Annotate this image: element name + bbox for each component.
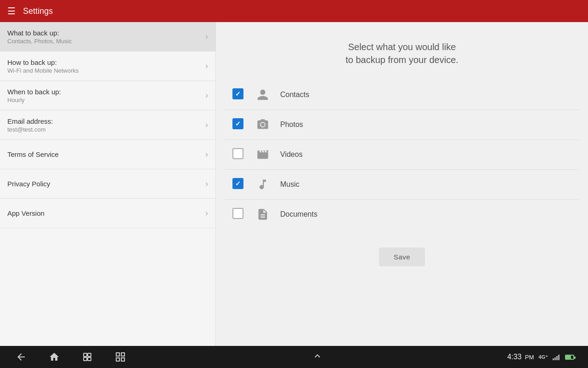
svg-rect-2 bbox=[88, 353, 91, 356]
backup-item-contacts: Contacts bbox=[225, 80, 579, 110]
sidebar-item-subtitle: Wi-Fi and Mobile Networks bbox=[7, 67, 202, 74]
menu-icon[interactable]: ☰ bbox=[7, 6, 16, 17]
sidebar-item-title: Privacy Policy bbox=[7, 180, 202, 188]
save-button[interactable]: Save bbox=[379, 247, 425, 266]
checkbox-box-documents[interactable] bbox=[232, 208, 243, 219]
label-music: Music bbox=[280, 180, 571, 189]
checkbox-contacts[interactable] bbox=[232, 88, 245, 101]
backup-item-photos: Photos bbox=[225, 110, 579, 140]
sidebar-item-title: What to back up: bbox=[7, 29, 202, 37]
battery-icon bbox=[565, 355, 574, 360]
label-documents: Documents bbox=[280, 210, 571, 218]
home-button[interactable] bbox=[47, 350, 62, 364]
content-panel: Select what you would like to backup fro… bbox=[216, 22, 588, 346]
chevron-icon: › bbox=[205, 150, 208, 159]
content-title: Select what you would like to backup fro… bbox=[345, 40, 458, 66]
sidebar-item-subtitle: Hourly bbox=[7, 97, 202, 104]
signal-icon bbox=[553, 354, 560, 360]
bottom-center-button[interactable] bbox=[312, 351, 323, 364]
checkbox-box-photos[interactable] bbox=[232, 118, 243, 129]
screenshot-button[interactable] bbox=[113, 350, 128, 364]
bottombar: 4:33 PM 4G⁺ bbox=[0, 346, 588, 368]
chevron-icon: › bbox=[205, 208, 208, 218]
checkbox-box-music[interactable] bbox=[232, 178, 243, 189]
network-indicator: 4G⁺ bbox=[538, 354, 548, 360]
sidebar-item-app-version[interactable]: App Version › bbox=[0, 199, 215, 228]
backup-list: Contacts Photos Videos Music bbox=[225, 80, 579, 229]
checkbox-photos[interactable] bbox=[232, 118, 245, 131]
svg-rect-5 bbox=[116, 353, 119, 356]
sidebar-item-title: Terms of Service bbox=[7, 150, 202, 158]
sidebar-item-title: App Version bbox=[7, 209, 202, 217]
label-contacts: Contacts bbox=[280, 91, 571, 99]
sidebar-item-how-to-backup[interactable]: How to back up: Wi-Fi and Mobile Network… bbox=[0, 52, 215, 81]
backup-item-videos: Videos bbox=[225, 140, 579, 170]
backup-item-documents: Documents bbox=[225, 200, 579, 229]
sidebar-item-title: Email address: bbox=[7, 117, 202, 125]
svg-rect-3 bbox=[84, 357, 87, 361]
svg-rect-8 bbox=[121, 358, 124, 361]
sidebar-item-when-to-backup[interactable]: When to back up: Hourly › bbox=[0, 81, 215, 110]
sidebar-item-privacy-policy[interactable]: Privacy Policy › bbox=[0, 169, 215, 199]
topbar: ☰ Settings bbox=[0, 0, 588, 22]
svg-point-0 bbox=[261, 123, 265, 126]
status-time: 4:33 PM bbox=[507, 353, 534, 361]
sidebar: What to back up: Contacts, Photos, Music… bbox=[0, 22, 216, 346]
main-layout: What to back up: Contacts, Photos, Music… bbox=[0, 22, 588, 346]
checkbox-box-contacts[interactable] bbox=[232, 88, 243, 99]
svg-rect-7 bbox=[116, 358, 119, 361]
sidebar-item-title: When to back up: bbox=[7, 88, 202, 96]
icon-photos bbox=[254, 116, 271, 133]
backup-item-music: Music bbox=[225, 170, 579, 200]
sidebar-item-title: How to back up: bbox=[7, 58, 202, 66]
checkbox-box-videos[interactable] bbox=[232, 148, 243, 159]
checkbox-music[interactable] bbox=[232, 178, 245, 191]
label-videos: Videos bbox=[280, 150, 571, 159]
checkbox-videos[interactable] bbox=[232, 148, 245, 161]
chevron-icon: › bbox=[205, 91, 208, 100]
icon-videos bbox=[254, 146, 271, 163]
icon-music bbox=[254, 176, 271, 193]
svg-rect-6 bbox=[121, 353, 124, 356]
back-button[interactable] bbox=[14, 350, 28, 364]
recents-button[interactable] bbox=[80, 350, 95, 364]
sidebar-item-subtitle: Contacts, Photos, Music bbox=[7, 38, 202, 45]
sidebar-item-what-to-backup[interactable]: What to back up: Contacts, Photos, Music… bbox=[0, 22, 215, 52]
chevron-icon: › bbox=[205, 179, 208, 189]
chevron-icon: › bbox=[205, 61, 208, 71]
checkbox-documents[interactable] bbox=[232, 208, 245, 221]
sidebar-item-subtitle: test@test.com bbox=[7, 126, 202, 133]
app-title: Settings bbox=[23, 6, 53, 16]
status-bar: 4:33 PM 4G⁺ bbox=[507, 353, 574, 361]
icon-documents bbox=[254, 206, 271, 223]
svg-rect-4 bbox=[88, 357, 91, 361]
icon-contacts bbox=[254, 86, 271, 103]
label-photos: Photos bbox=[280, 121, 571, 129]
svg-rect-1 bbox=[84, 353, 87, 356]
sidebar-item-terms-of-service[interactable]: Terms of Service › bbox=[0, 140, 215, 169]
sidebar-item-email-address[interactable]: Email address: test@test.com › bbox=[0, 110, 215, 140]
chevron-icon: › bbox=[205, 120, 208, 130]
chevron-icon: › bbox=[205, 32, 208, 41]
bottom-nav bbox=[14, 350, 128, 364]
